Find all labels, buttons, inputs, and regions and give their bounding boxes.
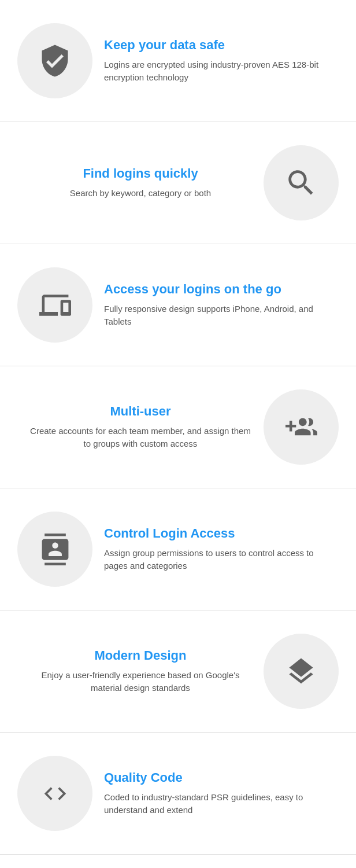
feature-desc-multi-user: Create accounts for each team member, an…	[29, 425, 252, 451]
feature-control-login: Control Login Access Assign group permis…	[0, 488, 356, 610]
feature-icon-circle-contact	[17, 512, 92, 587]
feature-icon-circle-shield	[17, 23, 92, 98]
feature-text-find-logins: Find logins quickly Search by keyword, c…	[17, 166, 264, 200]
feature-desc-access-on-go: Fully responsive design supports iPhone,…	[104, 303, 327, 329]
code-icon	[36, 781, 74, 807]
shield-check-icon	[38, 43, 72, 78]
feature-title-modern-design: Modern Design	[29, 648, 252, 663]
feature-find-logins: Find logins quickly Search by keyword, c…	[0, 122, 356, 244]
feature-icon-circle-devices	[17, 267, 92, 343]
feature-text-modern-design: Modern Design Enjoy a user-friendly expe…	[17, 648, 264, 695]
feature-icon-circle-multiuser	[264, 389, 339, 465]
feature-title-find-logins: Find logins quickly	[29, 166, 252, 181]
feature-text-control-login: Control Login Access Assign group permis…	[92, 526, 339, 573]
feature-quality-code: Quality Code Coded to industry-standard …	[0, 733, 356, 855]
group-add-icon	[283, 411, 320, 443]
feature-multi-user: Multi-user Create accounts for each team…	[0, 366, 356, 488]
feature-icon-circle-layers	[264, 634, 339, 709]
layers-icon	[284, 656, 318, 687]
feature-access-on-go: Access your logins on the go Fully respo…	[0, 244, 356, 366]
feature-text-quality-code: Quality Code Coded to industry-standard …	[92, 770, 339, 817]
search-icon	[284, 166, 318, 200]
feature-desc-control-login: Assign group permissions to users to con…	[104, 547, 327, 573]
feature-modern-design: Modern Design Enjoy a user-friendly expe…	[0, 610, 356, 733]
feature-title-control-login: Control Login Access	[104, 526, 327, 541]
feature-title-keep-data-safe: Keep your data safe	[104, 38, 327, 53]
feature-keep-data-safe: Keep your data safe Logins are encrypted…	[0, 0, 356, 122]
feature-desc-keep-data-safe: Logins are encrypted using industry-prov…	[104, 58, 327, 84]
feature-text-access-on-go: Access your logins on the go Fully respo…	[92, 282, 339, 329]
feature-text-keep-data-safe: Keep your data safe Logins are encrypted…	[92, 38, 339, 84]
feature-title-multi-user: Multi-user	[29, 404, 252, 419]
feature-title-access-on-go: Access your logins on the go	[104, 282, 327, 297]
devices-icon	[36, 289, 74, 321]
feature-icon-circle-code	[17, 756, 92, 831]
feature-desc-quality-code: Coded to industry-standard PSR guideline…	[104, 791, 327, 817]
contact-book-icon	[39, 534, 71, 565]
feature-text-multi-user: Multi-user Create accounts for each team…	[17, 404, 264, 451]
feature-title-quality-code: Quality Code	[104, 770, 327, 785]
feature-desc-modern-design: Enjoy a user-friendly experience based o…	[29, 669, 252, 695]
feature-desc-find-logins: Search by keyword, category or both	[29, 187, 252, 200]
feature-icon-circle-search	[264, 145, 339, 220]
